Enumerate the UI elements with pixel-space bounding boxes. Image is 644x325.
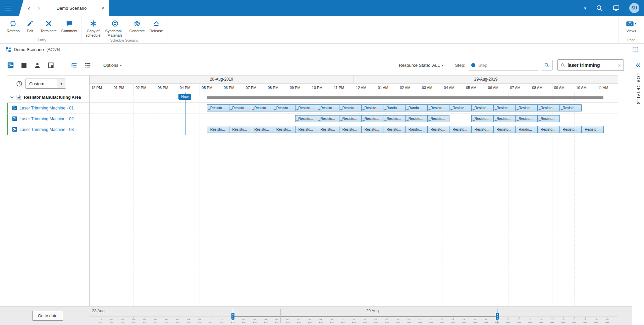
activity-bar[interactable]: _Resisto... (493, 115, 516, 122)
scenario-tab[interactable]: ‹ › Demo Scenario × (19, 0, 109, 16)
activity-bar[interactable]: _Resisto... (273, 126, 296, 133)
search-icon[interactable] (596, 4, 603, 12)
avatar[interactable]: SU (629, 3, 639, 13)
activity-bar[interactable]: _Rando... (405, 104, 428, 111)
tree-levels-icon[interactable] (70, 61, 78, 69)
resource-row[interactable]: Laser Trimming Machine - 03 (7, 124, 89, 135)
views-button[interactable]: ▾ Views (623, 18, 639, 34)
activity-bar[interactable]: _Resisto... (207, 126, 229, 133)
collapse-panel-icon[interactable] (635, 62, 641, 68)
activity-bar[interactable]: _Resisto... (537, 115, 560, 122)
activity-bar[interactable]: _Resisto... (515, 104, 538, 111)
step-filter-field[interactable] (468, 60, 539, 71)
activity-bar[interactable]: _Resisto... (383, 126, 406, 133)
mini-tick-label: 08 PM (583, 318, 587, 324)
options-dropdown[interactable]: Options ▾ (103, 63, 122, 68)
frame-view-icon[interactable] (47, 61, 54, 69)
activity-bar[interactable]: _Resisto... (537, 126, 560, 133)
search-field[interactable]: × (557, 59, 624, 71)
activity-bar[interactable]: _Resisto... (361, 115, 384, 122)
activity-bar[interactable]: _Resisto... (251, 126, 273, 133)
generate-button[interactable]: Generate (127, 18, 147, 34)
resource-row[interactable]: Laser Trimming Machine - 02 (7, 113, 89, 124)
forward-icon[interactable]: › (36, 5, 42, 11)
activity-bar[interactable]: _Resisto... (295, 104, 318, 111)
step-search-button[interactable] (541, 60, 553, 71)
topbar-dropdown-icon[interactable]: ▾ (584, 6, 586, 11)
panel-layout-icon[interactable] (632, 46, 639, 53)
activity-bar[interactable]: _Resisto... (339, 126, 362, 133)
activity-bar[interactable]: _Resisto... (361, 126, 384, 133)
activity-bar[interactable]: _Resisto... (515, 115, 538, 122)
mini-tick-label: 02 PM (253, 318, 257, 324)
resource-state-dropdown[interactable]: Resource State: ALL ▾ (399, 63, 443, 68)
activity-bar[interactable]: _Resisto... (559, 126, 582, 133)
activity-bar[interactable]: _Resisto... (295, 126, 318, 133)
activity-bar[interactable]: _Resisto... (317, 104, 339, 111)
activity-bar[interactable]: _Resisto... (405, 115, 428, 122)
synchroni-materials-button[interactable]: Synchroni... Materials (103, 18, 127, 39)
activity-bar[interactable]: _Resisto... (383, 115, 406, 122)
activity-bar[interactable]: _Resisto... (449, 104, 472, 111)
chevron-down-icon: ▾ (635, 21, 636, 25)
step-input[interactable] (478, 63, 536, 68)
activity-bar[interactable]: _Resisto... (471, 104, 494, 111)
search-input[interactable] (568, 62, 615, 68)
activity-bar[interactable]: _Resisto... (273, 104, 296, 111)
activity-bar[interactable]: _Rando... (405, 126, 428, 133)
mini-timeline[interactable]: 28 Aug29 Aug12 AM01 AM02 AM03 AM04 AM05 … (90, 307, 618, 325)
edit-button[interactable]: Edit (22, 18, 38, 34)
chevron-down-icon[interactable] (10, 96, 14, 99)
view-toolbar: Options ▾ Resource State: ALL ▾ Step: × (0, 55, 644, 75)
activity-bar[interactable]: _Resisto... (317, 115, 339, 122)
activity-bar[interactable]: _Resisto... (207, 104, 229, 111)
release-button[interactable]: Release (147, 18, 165, 34)
terminate-button[interactable]: Terminate (38, 18, 59, 34)
activity-bar[interactable]: _Rando... (515, 126, 538, 133)
clear-search-icon[interactable]: × (618, 62, 621, 68)
activity-bar[interactable]: _Resisto... (427, 126, 450, 133)
activity-bar[interactable]: _Resisto... (493, 104, 516, 111)
timescale-dropdown[interactable]: Custom ▾ (25, 79, 66, 89)
activity-bar[interactable]: _Resisto... (229, 104, 252, 111)
activity-bar[interactable]: _Resisto... (339, 104, 362, 111)
back-icon[interactable]: ‹ (25, 5, 32, 11)
resource-row[interactable]: Laser Trimming Machine - 01 (7, 103, 89, 113)
gantt-view-icon[interactable] (7, 61, 14, 69)
menu-button[interactable] (0, 0, 16, 16)
activity-bar[interactable]: _Resisto... (537, 104, 560, 111)
activity-bar[interactable]: _Resisto... (229, 126, 252, 133)
mini-tick (277, 317, 277, 318)
list-view-icon[interactable] (84, 61, 91, 69)
drag-grip[interactable] (231, 313, 234, 320)
mini-tick-label: 09 AM (462, 318, 466, 324)
activity-bar[interactable]: _Rando... (383, 104, 406, 111)
activity-bar[interactable]: _Resisto... (317, 126, 339, 133)
activity-bar[interactable]: _Resisto... (581, 126, 604, 133)
job-details-tab[interactable]: JOB DETAILS (636, 74, 641, 104)
close-tab-icon[interactable]: × (101, 5, 105, 11)
activity-bar[interactable]: _Resisto... (427, 104, 450, 111)
activity-bar[interactable]: _Resisto... (361, 104, 384, 111)
mini-range-handle[interactable] (497, 309, 497, 324)
copy-of-schedule-button[interactable]: Copy of schedule (84, 18, 103, 39)
comment-button[interactable]: Comment (59, 18, 80, 34)
activity-bar[interactable]: _Resisto... (251, 104, 273, 111)
resource-view-icon[interactable] (34, 61, 41, 69)
activity-bar[interactable]: _Resisto... (449, 126, 472, 133)
go-to-date-button[interactable]: Go to date (32, 311, 63, 321)
activity-bar[interactable]: _Resisto... (339, 115, 362, 122)
activity-bar[interactable]: _Resisto... (559, 104, 582, 111)
tree-row-area[interactable]: Resistor Manufacturing Area (7, 92, 89, 103)
activity-bar[interactable]: _Resisto... (427, 115, 450, 122)
activity-bar[interactable]: _Resisto... (471, 115, 494, 122)
table-view-icon[interactable] (20, 61, 28, 69)
mini-range-handle[interactable] (233, 309, 233, 324)
refresh-button[interactable]: Refresh (4, 18, 22, 34)
activity-bar[interactable]: _Resisto... (295, 115, 318, 122)
activity-bar[interactable]: _Resisto... (471, 126, 494, 133)
activity-bar[interactable]: _Resisto... (493, 126, 516, 133)
drag-grip[interactable] (496, 313, 499, 320)
timescale-caret-icon[interactable]: ▾ (57, 79, 66, 88)
feedback-icon[interactable] (612, 4, 620, 12)
